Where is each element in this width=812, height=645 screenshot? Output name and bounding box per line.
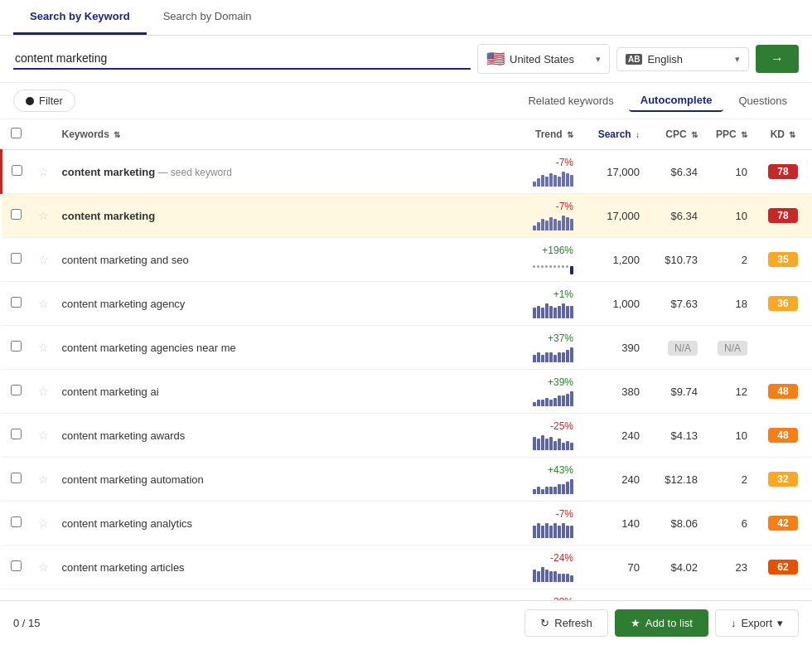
tab-search-keyword[interactable]: Search by Keyword: [13, 0, 147, 35]
search-volume: 1,000: [612, 298, 640, 310]
search-volume-cell: 390: [580, 326, 646, 370]
row-checkbox[interactable]: [11, 516, 22, 527]
star-icon[interactable]: ☆: [38, 385, 49, 398]
add-to-list-button[interactable]: ★ Add to list: [615, 609, 708, 637]
sparkline: [533, 302, 573, 318]
filter-button[interactable]: Filter: [13, 90, 75, 112]
trend-value: -7%: [556, 508, 573, 520]
star-icon[interactable]: ☆: [38, 560, 49, 574]
row-checkbox[interactable]: [11, 560, 22, 571]
keyword-text[interactable]: content marketing analytics: [62, 517, 193, 530]
search-button[interactable]: →: [756, 45, 799, 73]
export-button[interactable]: ↓ Export ▾: [715, 609, 799, 637]
row-checkbox[interactable]: [11, 473, 22, 483]
refresh-label: Refresh: [554, 617, 592, 629]
search-volume: 70: [628, 561, 640, 574]
search-header[interactable]: Search ↓: [580, 119, 646, 150]
keyword-cell: content marketing and seo: [56, 238, 490, 282]
language-select[interactable]: AB English ▾: [616, 47, 749, 71]
export-icon: ↓: [731, 617, 737, 629]
select-all-header[interactable]: [2, 119, 31, 150]
ppc-cell: 10: [704, 414, 754, 458]
star-icon[interactable]: ☆: [38, 253, 49, 266]
table-row: ☆content marketing analytics-7%140$8.066…: [2, 502, 813, 546]
keyword-text[interactable]: content marketing articles: [62, 561, 185, 574]
row-checkbox[interactable]: [12, 165, 22, 176]
select-all-checkbox[interactable]: [11, 128, 22, 138]
keyword-text[interactable]: content marketing awards: [62, 429, 186, 442]
kd-badge: 32: [768, 472, 798, 487]
trend-cell: -24%: [489, 546, 580, 589]
cpc-cell: $10.73: [646, 238, 704, 282]
ppc-header[interactable]: PPC ⇅: [704, 119, 754, 150]
keywords-header[interactable]: Keywords ⇅: [56, 119, 490, 150]
row-checkbox[interactable]: [11, 385, 22, 395]
row-star-cell: ☆: [31, 326, 56, 370]
keyword-input[interactable]: [13, 48, 471, 70]
kd-cell: 35: [754, 238, 812, 282]
cpc-cell: $4.13: [646, 414, 704, 458]
kd-cell: 36: [754, 282, 812, 326]
search-volume: 240: [621, 473, 640, 486]
row-checkbox-cell: [2, 282, 31, 326]
ppc-cell: 18: [704, 282, 754, 326]
sparkline: [533, 346, 573, 362]
row-checkbox[interactable]: [11, 253, 22, 264]
kd-cell: [754, 326, 812, 370]
kd-cell: 78: [754, 194, 812, 238]
row-checkbox[interactable]: [11, 341, 22, 352]
ppc-cell: 2: [704, 458, 754, 502]
keyword-text[interactable]: content marketing and seo: [62, 254, 189, 266]
tab-search-domain[interactable]: Search by Domain: [147, 0, 268, 35]
cpc-cell: $4.02: [646, 546, 704, 589]
row-star-cell: ☆: [31, 194, 56, 238]
row-checkbox[interactable]: [11, 209, 22, 220]
tab-autocomplete[interactable]: Autocomplete: [629, 90, 724, 112]
star-icon[interactable]: ☆: [38, 473, 49, 486]
keyword-text[interactable]: content marketing agencies near me: [62, 342, 236, 354]
star-icon: ★: [631, 617, 640, 629]
trend-cell: +196%: [489, 238, 580, 282]
trend-header[interactable]: Trend ⇅: [489, 119, 580, 150]
row-star-cell: ☆: [31, 502, 56, 546]
keyword-text[interactable]: content marketing: [62, 166, 156, 178]
tab-questions[interactable]: Questions: [727, 90, 799, 111]
country-arrow-icon: ▾: [596, 54, 601, 65]
star-icon[interactable]: ☆: [38, 429, 49, 442]
trend-value: +196%: [542, 245, 573, 256]
keyword-text[interactable]: content marketing: [62, 210, 156, 222]
keyword-text[interactable]: content marketing ai: [62, 386, 159, 398]
trend-cell: -7%: [489, 150, 580, 194]
keyword-text[interactable]: content marketing automation: [62, 473, 204, 486]
star-icon[interactable]: ☆: [38, 209, 49, 222]
star-icon[interactable]: ☆: [38, 297, 49, 310]
country-select[interactable]: 🇺🇸 United States ▾: [477, 44, 610, 74]
sparkline: [533, 170, 573, 187]
keyword-cell: content marketing agency: [56, 282, 490, 326]
search-volume-cell: 380: [580, 370, 646, 414]
ppc-cell: 2: [704, 238, 754, 282]
row-checkbox[interactable]: [11, 429, 22, 439]
search-volume: 140: [621, 517, 640, 530]
row-checkbox-cell: [2, 150, 31, 194]
kd-header[interactable]: KD ⇅: [754, 119, 812, 150]
refresh-button[interactable]: ↻ Refresh: [524, 609, 608, 637]
search-volume-cell: 1,200: [580, 238, 646, 282]
keyword-cell: content marketing: [56, 194, 490, 238]
main-tabs: Search by Keyword Search by Domain: [0, 0, 812, 36]
star-icon[interactable]: ☆: [38, 165, 49, 178]
cpc-cell: $12.18: [646, 458, 704, 502]
cpc-cell: $6.34: [646, 194, 704, 238]
cpc-header[interactable]: CPC ⇅: [646, 119, 704, 150]
star-icon[interactable]: ☆: [38, 341, 49, 354]
star-icon[interactable]: ☆: [38, 516, 49, 530]
search-volume-cell: 140: [580, 502, 646, 546]
row-checkbox[interactable]: [11, 297, 22, 308]
row-checkbox-cell: [2, 546, 31, 589]
keyword-text[interactable]: content marketing agency: [62, 298, 186, 310]
search-volume-cell: 240: [580, 458, 646, 502]
filter-label: Filter: [39, 95, 63, 107]
tab-related-keywords[interactable]: Related keywords: [516, 90, 625, 111]
trend-cell: +43%: [489, 458, 580, 502]
lang-code-icon: AB: [626, 54, 642, 65]
